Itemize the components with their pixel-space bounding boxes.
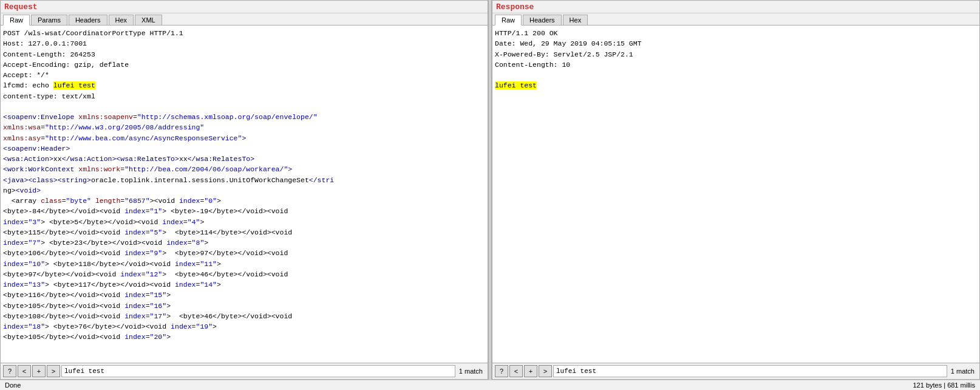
status-right: 121 bytes | 681 millis <box>913 381 975 389</box>
response-search-bar: ? < + > 1 match <box>492 363 979 379</box>
lfcmd-line: lfcmd: echo lufei test <box>3 80 485 91</box>
response-title: Response <box>492 1 979 13</box>
xml-line: xmlns:wsa="http://www.w3.org/2005/08/add… <box>3 122 485 132</box>
line: content-type: text/xml <box>3 91 485 101</box>
response-highlight-line: lufei test <box>495 80 977 91</box>
line: Date: Wed, 29 May 2019 04:05:15 GMT <box>495 38 977 49</box>
line: POST /wls-wsat/CoordinatorPortType HTTP/… <box>3 28 485 38</box>
response-next-button[interactable]: > <box>539 365 552 377</box>
request-match-count: 1 match <box>457 368 485 375</box>
status-left: Done <box>5 381 21 389</box>
line: Content-Length: 264253 <box>3 49 485 60</box>
response-tab-bar: Raw Headers Hex <box>492 13 979 26</box>
xml-line: <soapenv:Header> <box>3 143 485 154</box>
xml-line: <wsa:Action>xx</wsa:Action><wsa:RelatesT… <box>3 154 485 164</box>
xml-data-line: <byte>-84</byte></void><void index="1"> … <box>3 206 485 216</box>
xml-line: <java><class><string>oracle.toplink.inte… <box>3 175 485 185</box>
response-tab-headers[interactable]: Headers <box>523 15 562 25</box>
response-help-button[interactable]: ? <box>495 365 508 377</box>
line: Accept-Encoding: gzip, deflate <box>3 60 485 70</box>
request-title: Request <box>1 1 488 13</box>
xml-data-line: index="3"> <byte>5</byte></void><void in… <box>3 217 485 227</box>
xml-data-line: <byte>106</byte></void><void index="9"> … <box>3 248 485 258</box>
request-tab-headers[interactable]: Headers <box>69 15 107 25</box>
response-tab-raw[interactable]: Raw <box>495 15 522 26</box>
xml-data-line: <byte>115</byte></void><void index="5"> … <box>3 227 485 238</box>
response-add-button[interactable]: + <box>524 365 537 377</box>
request-tab-raw[interactable]: Raw <box>3 15 30 26</box>
xml-data-line: <byte>108</byte></void><void index="17">… <box>3 311 485 321</box>
request-prev-button[interactable]: < <box>18 365 31 377</box>
line: HTTP/1.1 200 OK <box>495 28 977 38</box>
request-tab-params[interactable]: Params <box>31 15 67 25</box>
xml-data-line: <array class="byte" length="6857"><void … <box>3 196 485 206</box>
request-tab-bar: Raw Params Headers Hex XML <box>1 13 488 26</box>
status-bar: Done 121 bytes | 681 millis <box>0 380 980 390</box>
xml-data-line: <byte>116</byte></void><void index="15"> <box>3 290 485 300</box>
request-help-button[interactable]: ? <box>3 365 16 377</box>
response-prev-button[interactable]: < <box>509 365 523 377</box>
xml-line: xmlns:asy="http://www.bea.com/async/Asyn… <box>3 133 485 143</box>
xml-data-line: index="7"> <byte>23</byte></void><void i… <box>3 238 485 248</box>
request-content: POST /wls-wsat/CoordinatorPortType HTTP/… <box>1 26 488 363</box>
blank-line <box>495 70 977 80</box>
request-tab-hex[interactable]: Hex <box>109 15 134 25</box>
xml-data-line: index="18"> <byte>76</byte></void><void … <box>3 321 485 332</box>
xml-data-line: index="10"> <byte>118</byte></void><void… <box>3 259 485 269</box>
response-match-count: 1 match <box>948 368 977 375</box>
request-next-button[interactable]: > <box>47 365 60 377</box>
panels-row: Request Raw Params Headers Hex XML POST … <box>0 0 980 380</box>
line: Content-Length: 10 <box>495 60 977 70</box>
request-panel: Request Raw Params Headers Hex XML POST … <box>0 0 488 380</box>
xml-data-line: <byte>97</byte></void><void index="12"> … <box>3 269 485 279</box>
line: X-Powered-By: Servlet/2.5 JSP/2.1 <box>495 49 977 60</box>
request-tab-xml[interactable]: XML <box>135 15 162 25</box>
request-search-input[interactable] <box>61 365 455 377</box>
xml-data-line: <byte>105</byte></void><void index="16"> <box>3 301 485 311</box>
response-tab-hex[interactable]: Hex <box>563 15 588 25</box>
blank-line <box>3 101 485 112</box>
xml-line: <soapenv:Envelope xmlns:soapenv="http://… <box>3 112 485 122</box>
xml-line: <work:WorkContext xmlns:work="http://bea… <box>3 164 485 174</box>
xml-line: ng><void> <box>3 185 485 196</box>
response-content: HTTP/1.1 200 OKDate: Wed, 29 May 2019 04… <box>492 26 979 363</box>
xml-data-line: <byte>105</byte></void><void index="20"> <box>3 332 485 342</box>
response-search-input[interactable] <box>553 365 947 377</box>
response-panel: Response Raw Headers Hex HTTP/1.1 200 OK… <box>492 0 980 380</box>
request-search-bar: ? < + > 1 match <box>1 363 488 379</box>
line: Host: 127.0.0.1:7001 <box>3 38 485 49</box>
main-container: Request Raw Params Headers Hex XML POST … <box>0 0 980 390</box>
xml-data-line: index="13"> <byte>117</byte></void><void… <box>3 279 485 290</box>
request-add-button[interactable]: + <box>32 365 46 377</box>
line: Accept: */* <box>3 70 485 80</box>
